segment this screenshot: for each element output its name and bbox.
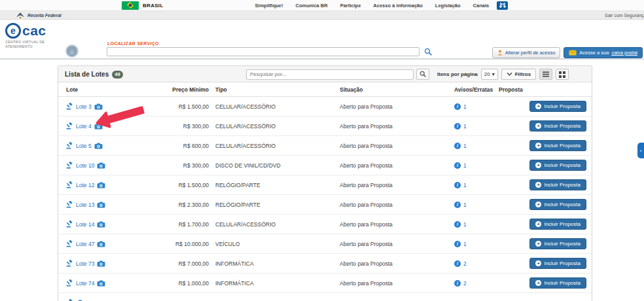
logout-link[interactable]: Sair com Segurança (605, 13, 644, 18)
incluir-proposta-button[interactable]: + Incluir Proposta (529, 160, 586, 171)
lot-cell: Lote 14 (58, 221, 166, 228)
lot-link[interactable]: Lote 73 (76, 260, 94, 267)
avisos-count[interactable]: 1 (463, 162, 467, 169)
avisos-count[interactable]: 1 (463, 103, 467, 110)
incluir-proposta-button[interactable]: + Incluir Proposta (529, 219, 586, 230)
camera-icon[interactable] (97, 221, 105, 228)
camera-icon[interactable] (97, 182, 105, 188)
camera-icon[interactable] (97, 202, 105, 208)
min-price: R$ 1.500,00 (166, 103, 209, 110)
info-icon[interactable]: i (454, 241, 461, 247)
gov-nav: Simplifique! Comunica BR Participe Acess… (255, 3, 490, 9)
incluir-proposta-button[interactable]: + Incluir Proposta (529, 179, 586, 190)
filters-button[interactable]: Filtros (501, 69, 536, 80)
info-icon[interactable]: i (454, 103, 461, 110)
lot-link[interactable]: Lote 5 (76, 143, 92, 149)
filters-label: Filtros (515, 71, 531, 77)
info-icon[interactable]: i (454, 123, 461, 130)
camera-icon[interactable] (94, 103, 103, 110)
receita-federal-logo[interactable]: Receita Federal (16, 11, 62, 20)
change-profile-button[interactable]: Alterar perfil de acesso (492, 47, 561, 58)
info-icon[interactable]: i (454, 260, 461, 267)
govlink-participe[interactable]: Participe (340, 3, 361, 9)
table-row: Lote 3 R$ 1.500,00 CELULAR/ACESSÓRIO Abe… (58, 97, 592, 116)
lot-link[interactable]: Lote 12 (76, 182, 94, 188)
camera-icon[interactable] (94, 143, 103, 149)
avisos-count[interactable]: 1 (463, 221, 467, 228)
libras-hands-icon (499, 2, 507, 9)
camera-icon[interactable] (97, 241, 105, 247)
info-icon[interactable]: i (454, 221, 461, 228)
govlink-comunicabr[interactable]: Comunica BR (296, 3, 328, 9)
camera-icon[interactable] (97, 162, 105, 169)
lot-status: Aberto para Proposta (333, 260, 448, 267)
incluir-proposta-label: Incluir Proposta (544, 280, 581, 286)
lot-link[interactable]: Lote 3 (76, 103, 92, 110)
info-icon[interactable]: i (454, 280, 461, 287)
libras-icon[interactable] (497, 1, 508, 10)
lots-count-badge: 49 (112, 71, 122, 79)
camera-icon[interactable] (97, 260, 105, 267)
info-icon[interactable]: i (454, 182, 461, 188)
incluir-proposta-button[interactable]: + Incluir Proposta (529, 199, 586, 210)
grid-view-button[interactable] (556, 69, 569, 80)
plus-icon: + (535, 123, 541, 129)
avisos-count[interactable]: 1 (463, 182, 467, 188)
incluir-proposta-label: Incluir Proposta (544, 221, 581, 227)
incluir-proposta-button[interactable]: + Incluir Proposta (529, 238, 586, 249)
govlink-acesso-informacao[interactable]: Acesso à informação (373, 3, 422, 9)
incluir-proposta-button[interactable]: + Incluir Proposta (529, 140, 586, 151)
govlink-canais[interactable]: Canais (473, 3, 490, 9)
list-view-button[interactable] (539, 69, 552, 80)
avisos-count[interactable]: 1 (463, 202, 467, 208)
avisos-cell: i 2 (448, 280, 492, 287)
service-search-input[interactable] (107, 47, 420, 56)
min-price: R$ 1.000,00 (166, 280, 209, 287)
avisos-count[interactable]: 1 (463, 241, 467, 247)
lot-link[interactable]: Lote 10 (76, 162, 94, 169)
mailbox-button[interactable]: Acesse a sua caixa postal (564, 47, 643, 58)
lot-cell: Lote 12 (58, 181, 166, 188)
avisos-count[interactable]: 2 (463, 260, 467, 267)
lot-type: CELULAR/ACESSÓRIO (209, 143, 333, 149)
govlink-simplifique[interactable]: Simplifique! (255, 3, 283, 9)
lot-icon (66, 279, 73, 287)
camera-icon[interactable] (97, 280, 105, 287)
lot-status: Aberto para Proposta (333, 202, 448, 208)
info-icon[interactable]: i (454, 162, 461, 169)
lot-link[interactable]: Lote 14 (76, 221, 94, 228)
min-price: R$ 300,00 (166, 123, 209, 130)
avisos-count[interactable]: 1 (463, 143, 467, 149)
side-panel-tab[interactable]: ‹ (637, 143, 644, 158)
lot-link[interactable]: Lote 4 (76, 123, 92, 130)
lot-type: CELULAR/ACESSÓRIO (209, 221, 333, 228)
incluir-proposta-button[interactable]: + Incluir Proposta (529, 258, 586, 269)
incluir-proposta-button[interactable]: + Incluir Proposta (529, 120, 586, 132)
camera-icon[interactable] (94, 123, 103, 130)
lot-cell: Lote 4 (58, 122, 166, 130)
lots-search-input[interactable] (246, 69, 414, 80)
avisos-count[interactable]: 1 (463, 123, 467, 130)
lots-search-button[interactable] (416, 69, 429, 80)
info-icon[interactable]: i (454, 202, 461, 208)
action-cell: + Incluir Proposta (492, 179, 592, 190)
lots-card: Lista de Lotes 49 Itens por página 20 ▾ (58, 65, 592, 301)
lot-type: DISCO DE VINIL/CD/DVD (209, 162, 333, 169)
avisos-count[interactable]: 2 (463, 280, 467, 287)
items-per-page-select[interactable]: 20 ▾ (481, 69, 498, 80)
incluir-proposta-button[interactable]: + Incluir Proposta (529, 101, 586, 112)
home-icon[interactable]: ⌂ (65, 44, 79, 58)
lot-link[interactable]: Lote 47 (76, 241, 94, 247)
plus-icon: + (535, 202, 541, 207)
page-title: Lista de Lotes (65, 71, 109, 78)
lot-link[interactable]: Lote 13 (76, 202, 94, 208)
chevron-left-icon: ‹ (640, 148, 642, 154)
govlink-legislacao[interactable]: Legislação (435, 3, 461, 9)
incluir-proposta-button[interactable]: + Incluir Proposta (529, 277, 586, 289)
lots-title-group: Lista de Lotes 49 (65, 66, 123, 82)
service-search-icon[interactable] (424, 48, 433, 56)
plus-icon: + (535, 182, 541, 188)
info-icon[interactable]: i (454, 143, 461, 149)
lot-link[interactable]: Lote 74 (76, 280, 94, 287)
lot-icon (66, 103, 73, 110)
